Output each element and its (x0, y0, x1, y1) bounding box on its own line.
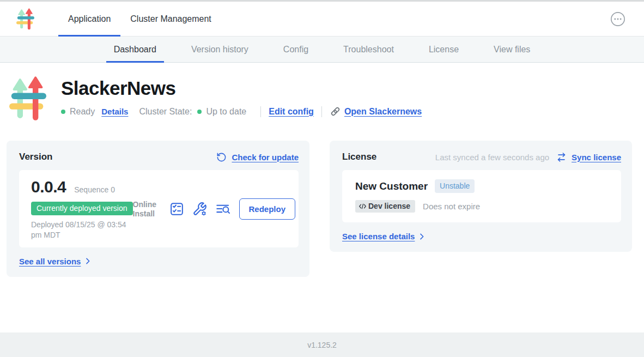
sync-license-link[interactable]: Sync license (572, 153, 621, 162)
subnav-tab-version-history-label: Version history (191, 45, 248, 55)
license-expiration: Does not expire (423, 202, 480, 211)
tab-application-label: Application (68, 14, 111, 24)
app-status-text: Ready (70, 107, 95, 117)
refresh-icon (216, 152, 227, 162)
tab-application[interactable]: Application (58, 2, 120, 36)
subnav-tab-config-label: Config (283, 45, 308, 55)
deployed-timestamp: Deployed 08/15/25 @ 03:54 pm MDT (31, 220, 133, 241)
check-for-update-link[interactable]: Check for update (232, 153, 299, 162)
see-license-details-link[interactable]: See license details (342, 232, 415, 241)
cluster-state-text: Up to date (206, 107, 246, 117)
app-subnav: Dashboard Version history Config Trouble… (0, 37, 644, 63)
preflight-checks-button[interactable] (169, 202, 184, 216)
config-wrench-icon (192, 202, 207, 216)
divider (321, 106, 322, 117)
open-app-link-label: Open Slackernews (344, 107, 422, 117)
subnav-tab-view-files[interactable]: View files (486, 37, 538, 62)
subnav-tab-troubleshoot-label: Troubleshoot (343, 45, 394, 55)
deploy-logs-button[interactable] (215, 202, 231, 216)
app-status-row: Ready Details Cluster State: Up to date … (61, 106, 422, 117)
license-last-synced: Last synced a few seconds ago (435, 153, 549, 162)
status-details-link[interactable]: Details (101, 107, 128, 116)
license-card-title: License (342, 152, 376, 162)
license-card: License Last synced a few seconds ago Sy… (330, 141, 632, 252)
admin-console-page: Application Cluster Management Dashboard… (0, 0, 644, 357)
top-nav-tabs: Application Cluster Management (58, 2, 221, 36)
hash-arrows-logo-icon (9, 75, 46, 123)
deploy-logs-icon (215, 202, 231, 216)
subnav-tab-dashboard-label: Dashboard (114, 45, 156, 55)
subnav-tab-config[interactable]: Config (276, 37, 316, 62)
app-status-dot (61, 110, 65, 114)
cluster-state-label: Cluster State: (139, 107, 192, 117)
version-card-title: Version (19, 152, 52, 162)
code-icon (359, 203, 367, 210)
license-details-panel: New Customer Unstable Dev license (342, 170, 621, 222)
redeploy-button[interactable]: Redeploy (239, 198, 296, 220)
version-number: 0.0.4 (31, 178, 66, 196)
see-all-versions-link[interactable]: See all versions (19, 257, 81, 266)
dashboard-main: SlackerNews Ready Details Cluster State:… (0, 63, 644, 332)
top-navbar: Application Cluster Management (0, 2, 644, 37)
subnav-tab-license[interactable]: License (421, 37, 466, 62)
chevron-right-icon (417, 232, 426, 241)
app-logo-small[interactable] (16, 8, 34, 31)
subnav-tab-version-history[interactable]: Version history (184, 37, 256, 62)
dashboard-cards: Version Check for update (7, 141, 644, 277)
license-type-badge-label: Dev license (368, 202, 410, 210)
edit-config-link[interactable]: Edit config (269, 107, 314, 117)
current-version-panel: 0.0.4 Sequence 0 Currently deployed vers… (19, 170, 299, 247)
open-app-link[interactable]: Open Slackernews (330, 106, 422, 117)
license-type-badge: Dev license (355, 200, 415, 213)
chevron-right-icon (83, 257, 92, 265)
version-sequence: Sequence 0 (74, 185, 115, 194)
channel-badge: Unstable (435, 179, 475, 193)
cluster-status-dot (197, 110, 202, 114)
divider (260, 106, 261, 117)
view-config-button[interactable] (192, 202, 207, 216)
preflight-checklist-icon (169, 202, 184, 216)
app-header: SlackerNews Ready Details Cluster State:… (9, 75, 644, 123)
hash-arrows-logo-icon (16, 8, 34, 31)
tab-cluster-management[interactable]: Cluster Management (120, 2, 221, 36)
deployed-version-badge: Currently deployed version (31, 202, 133, 215)
tab-cluster-management-label: Cluster Management (130, 14, 211, 24)
install-type-label: Online Install (133, 200, 161, 218)
subnav-tab-dashboard[interactable]: Dashboard (106, 37, 164, 62)
app-logo-large (9, 75, 46, 123)
console-version: v1.125.2 (307, 341, 337, 349)
customer-name: New Customer (355, 180, 428, 192)
version-card: Version Check for update (7, 141, 309, 277)
ellipsis-circle-icon (610, 11, 625, 27)
sync-arrows-icon (556, 152, 567, 162)
page-title: SlackerNews (61, 77, 422, 99)
subnav-tab-view-files-label: View files (494, 45, 530, 55)
overflow-menu-button[interactable] (610, 11, 625, 27)
subnav-tab-license-label: License (429, 45, 459, 55)
console-footer: v1.125.2 (0, 332, 644, 357)
subnav-tab-troubleshoot[interactable]: Troubleshoot (336, 37, 402, 62)
link-chain-icon (330, 106, 341, 117)
